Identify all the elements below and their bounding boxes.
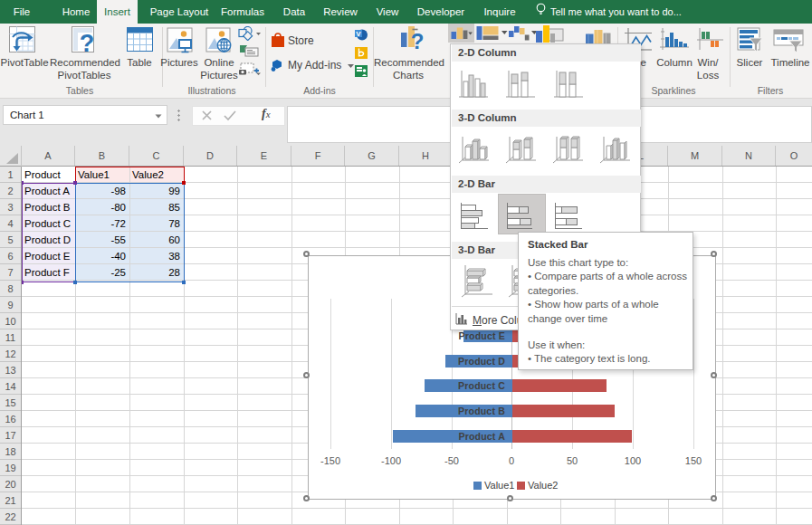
svg-text:?: ? bbox=[411, 29, 425, 52]
svg-text:?: ? bbox=[80, 30, 95, 54]
svg-text:V: V bbox=[356, 30, 361, 38]
